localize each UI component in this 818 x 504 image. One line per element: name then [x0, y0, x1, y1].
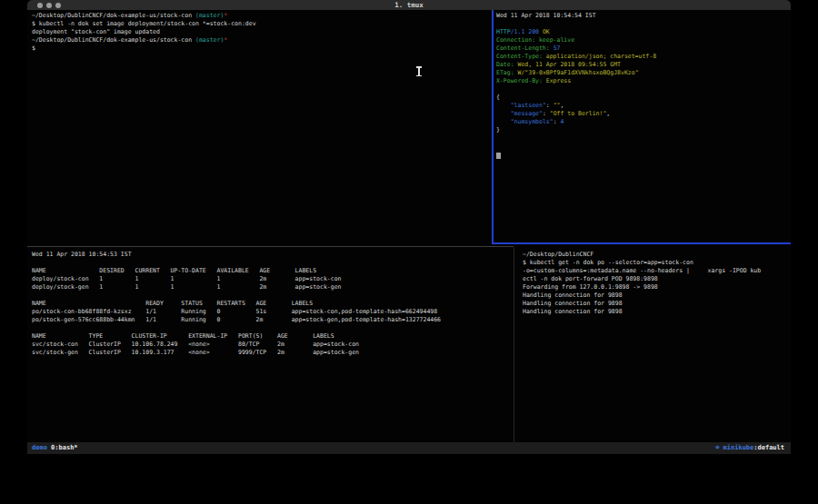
- terminal-line: Content-Length: 57: [496, 44, 656, 53]
- terminal-line: Wed 11 Apr 2018 10:54:53 IST: [32, 251, 441, 259]
- window-titlebar[interactable]: 1. tmux: [27, 0, 791, 10]
- pane-top-left-shell[interactable]: ~/Desktop/DublinCNCF/dok-example-us/stoc…: [32, 12, 256, 53]
- terminal-line: }: [496, 126, 656, 134]
- status-left: demo 0:bash*: [32, 442, 78, 454]
- terminal-line: X-Powered-By: Express: [496, 77, 656, 85]
- terminal-window: 1. tmux ~/Desktop/DublinCNCF/dok-example…: [27, 0, 791, 454]
- pane-top-right-http-response[interactable]: Wed 11 Apr 2018 10:54:54 IST HTTP/1.1 20…: [496, 12, 656, 159]
- window-tab[interactable]: 0:bash*: [47, 444, 78, 451]
- tmux-status-bar: demo 0:bash* ☸ minikube:default: [27, 442, 791, 454]
- terminal-line: [496, 151, 656, 159]
- terminal-line: po/stock-gen-576cc688bb-44kmn 1/1 Runnin…: [32, 316, 441, 324]
- terminal-line: Content-Type: application/json; charset=…: [496, 53, 656, 61]
- terminal-line: "message": "Off to Berlin!",: [496, 110, 656, 118]
- terminal-line: ~/Desktop/DublinCNCF/dok-example-us/stoc…: [32, 36, 256, 44]
- terminal-line: NAME TYPE CLUSTER-IP EXTERNAL-IP PORT(S)…: [32, 332, 441, 341]
- terminal-cursor: [496, 153, 501, 159]
- terminal-line: [32, 292, 441, 300]
- session-name[interactable]: demo: [32, 444, 47, 451]
- terminal-line: -o=custom-columns=:metadata.name --no-he…: [523, 267, 761, 275]
- terminal-line: $: [32, 44, 256, 53]
- terminal-line: ETag: W/"39-0xBPf9aF1dXVNkhsxoBQgJ8vKzo": [496, 69, 656, 77]
- pane-bottom-left-kubectl-get[interactable]: Wed 11 Apr 2018 10:54:53 IST NAME DESIRE…: [32, 251, 441, 357]
- terminal-line: $ kubectl -n dok set image deployment/st…: [32, 20, 256, 28]
- terminal-line: Connection: keep-alive: [496, 36, 656, 44]
- terminal-line: deploy/stock-con 1 1 1 1 2m app=stock-co…: [32, 275, 441, 283]
- terminal-line: HTTP/1.1 200 OK: [496, 28, 656, 36]
- terminal-line: Forwarding from 127.0.0.1:9898 -> 9898: [523, 283, 761, 292]
- terminal-line: svc/stock-con ClusterIP 10.106.78.249 <n…: [32, 341, 441, 349]
- terminal-line: Date: Wed, 11 Apr 2018 09:54:55 GMT: [496, 61, 656, 69]
- terminal-line: ectl -n dok port-forward POD 9898:9898: [523, 275, 761, 283]
- terminal-line: NAME READY STATUS RESTARTS AGE LABELS: [32, 300, 441, 308]
- terminal-line: $ kubectl get -n dok po --selector=app=s…: [523, 259, 761, 267]
- terminal-line: [32, 259, 441, 267]
- mouse-cursor-ibeam-icon: [418, 67, 420, 75]
- kube-namespace: :default: [753, 444, 784, 451]
- terminal-line: Handling connection for 9898: [523, 308, 761, 316]
- active-pane-divider-horizontal[interactable]: [492, 242, 791, 244]
- terminal-line: Handling connection for 9898: [523, 292, 761, 300]
- screen: 1. tmux ~/Desktop/DublinCNCF/dok-example…: [0, 0, 818, 504]
- terminal-line: NAME DESIRED CURRENT UP-TO-DATE AVAILABL…: [32, 267, 441, 275]
- terminal-line: "numsymbols": 4: [496, 118, 656, 126]
- terminal-line: "lastseen": "",: [496, 102, 656, 110]
- terminal-line: [496, 20, 656, 28]
- pane-divider-vertical-bottom[interactable]: [514, 247, 514, 442]
- terminal-line: Wed 11 Apr 2018 10:54:54 IST: [496, 12, 656, 20]
- terminal-line: [496, 134, 656, 143]
- terminal-line: ~/Desktop/DublinCNCF/dok-example-us/stoc…: [32, 12, 256, 20]
- terminal-line: [496, 85, 656, 94]
- terminal-line: svc/stock-gen ClusterIP 10.109.3.177 <no…: [32, 349, 441, 357]
- active-pane-divider-vertical[interactable]: [492, 10, 494, 244]
- terminal-line: deployment "stock-con" image updated: [32, 28, 256, 36]
- terminal-line: po/stock-con-bb68f88fd-kzsxz 1/1 Running…: [32, 308, 441, 316]
- terminal-line: [496, 143, 656, 151]
- terminal-line: Handling connection for 9898: [523, 300, 761, 308]
- terminal-line: deploy/stock-gen 1 1 1 1 2m app=stock-ge…: [32, 283, 441, 292]
- kube-context: minikube: [723, 444, 754, 451]
- pane-bottom-right-port-forward[interactable]: ~/Desktop/DublinCNCF$ kubectl get -n dok…: [523, 251, 761, 316]
- terminal-line: ~/Desktop/DublinCNCF: [523, 251, 761, 259]
- status-right: ☸ minikube:default: [715, 442, 784, 454]
- kubernetes-helm-icon: ☸: [715, 444, 723, 451]
- terminal-line: {: [496, 94, 656, 102]
- window-title: 1. tmux: [27, 1, 791, 9]
- terminal-line: [32, 324, 441, 332]
- pane-divider-horizontal[interactable]: [27, 246, 514, 247]
